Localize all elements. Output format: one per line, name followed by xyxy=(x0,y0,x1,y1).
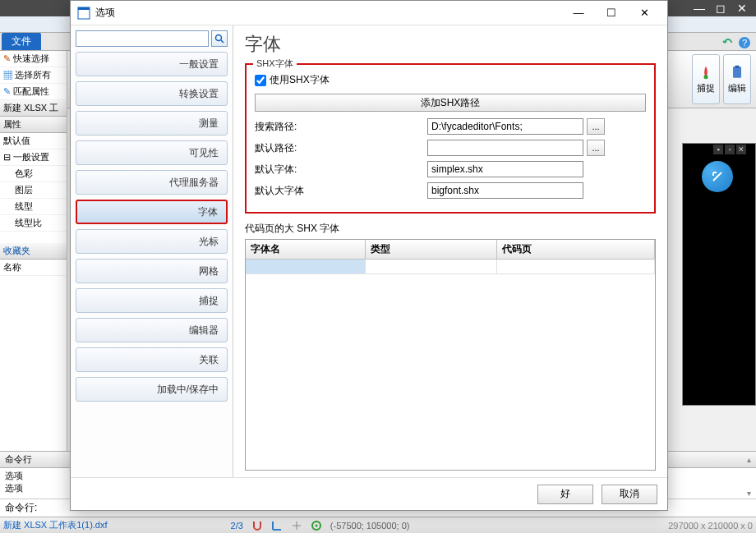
vt-icon[interactable]: ▫ xyxy=(725,145,735,154)
props-header: 属性 xyxy=(0,117,67,133)
category-measure[interactable]: 测量 xyxy=(76,111,228,136)
main-close-button[interactable]: ✕ xyxy=(731,1,753,16)
select-all[interactable]: ▦ 选择所有 xyxy=(0,67,67,84)
status-bar: 新建 XLSX 工作表1(1).dxf 2/3 (-57500; 105000;… xyxy=(0,517,756,533)
options-page: 字体 SHX字体 使用SHX字体 添加SHX路径 搜索路径: ... 默认路径:… xyxy=(233,25,667,477)
default-path-browse[interactable]: ... xyxy=(587,140,605,156)
options-category-list: 一般设置 转换设置 测量 可见性 代理服务器 字体 光标 网格 捕捉 编辑器 关… xyxy=(71,25,233,477)
default-path-row: 默认路径: ... xyxy=(255,140,646,156)
favorites-header: 收藏夹 xyxy=(0,243,67,260)
vt-icon[interactable]: ✕ xyxy=(736,145,746,154)
category-grid[interactable]: 网格 xyxy=(76,259,228,283)
shx-group-label: SHX字体 xyxy=(253,57,297,70)
category-font[interactable]: 字体 xyxy=(76,200,228,224)
codepage-label: 代码页的大 SHX 字体 xyxy=(245,222,656,236)
search-path-browse[interactable]: ... xyxy=(587,118,605,135)
codepage-table[interactable]: 字体名 类型 代码页 xyxy=(245,239,656,471)
main-max-button[interactable]: ◻ xyxy=(710,1,731,16)
tree-item[interactable]: 线型比 xyxy=(0,215,67,232)
capture-button[interactable]: 捕捉 xyxy=(692,54,720,104)
use-shx-label: 使用SHX字体 xyxy=(270,73,330,87)
default-bigfont-input[interactable] xyxy=(427,182,583,199)
tree-item[interactable]: 线型 xyxy=(0,199,67,215)
dialog-max-button[interactable]: ☐ xyxy=(595,2,628,25)
capture-label: 捕捉 xyxy=(697,82,715,94)
category-items: 一般设置 转换设置 测量 可见性 代理服务器 字体 光标 网格 捕捉 编辑器 关… xyxy=(71,52,233,477)
category-loadsave[interactable]: 加载中/保存中 xyxy=(76,377,228,402)
edit-button[interactable]: 编辑 xyxy=(723,54,751,104)
svg-rect-8 xyxy=(78,7,90,10)
dialog-min-button[interactable]: — xyxy=(562,2,595,25)
cancel-button[interactable]: 取消 xyxy=(602,485,657,504)
codepage-header: 字体名 类型 代码页 xyxy=(246,240,655,260)
status-dims: 297000 x 210000 x 0 xyxy=(668,521,753,531)
category-general[interactable]: 一般设置 xyxy=(76,52,228,76)
use-shx-checkbox[interactable] xyxy=(255,75,266,86)
viewport-tools: ▪ ▫ ✕ xyxy=(713,145,746,154)
category-proxy[interactable]: 代理服务器 xyxy=(76,170,228,195)
compass-icon[interactable] xyxy=(702,161,733,192)
magnet-icon[interactable] xyxy=(251,520,263,531)
col-fontname[interactable]: 字体名 xyxy=(246,240,366,259)
svg-point-6 xyxy=(315,524,317,526)
default-path-input[interactable] xyxy=(427,140,583,156)
dialog-title: 选项 xyxy=(95,6,562,20)
search-path-input[interactable] xyxy=(427,118,583,135)
status-coord: (-57500; 105000; 0) xyxy=(330,521,410,531)
default-val: 默认值 xyxy=(0,133,67,149)
search-button[interactable] xyxy=(211,30,228,47)
default-bigfont-row: 默认大字体 xyxy=(255,182,646,199)
name-row: 名称 xyxy=(0,260,67,276)
page-title: 字体 xyxy=(245,32,656,57)
default-path-label: 默认路径: xyxy=(255,141,427,155)
codepage-body xyxy=(246,260,655,470)
file-tab[interactable]: 文件 xyxy=(2,33,41,50)
table-row[interactable] xyxy=(246,260,655,274)
vt-icon[interactable]: ▪ xyxy=(713,145,723,154)
category-snap[interactable]: 捕捉 xyxy=(76,288,228,313)
dialog-titlebar: 选项 — ☐ ✕ xyxy=(71,1,667,25)
scroll-up-icon[interactable]: ▴ xyxy=(743,453,754,465)
category-assoc[interactable]: 关联 xyxy=(76,347,228,372)
capture-icon xyxy=(698,64,714,80)
category-convert[interactable]: 转换设置 xyxy=(76,81,228,106)
options-search-row xyxy=(71,25,233,52)
left-panel: ✎ 快速选择 ▦ 选择所有 ✎ 匹配属性 新建 XLSX 工 属性 默认值 ⊟ … xyxy=(0,51,67,517)
col-codepage[interactable]: 代码页 xyxy=(497,240,655,259)
scroll-down-icon[interactable]: ▾ xyxy=(743,487,754,499)
target-icon[interactable] xyxy=(311,520,322,531)
clipboard-icon xyxy=(729,64,745,80)
col-type[interactable]: 类型 xyxy=(366,240,497,259)
default-font-label: 默认字体: xyxy=(255,163,427,177)
dialog-close-button[interactable]: ✕ xyxy=(628,2,661,25)
status-file: 新建 XLSX 工作表1(1).dxf xyxy=(3,519,108,531)
default-font-input[interactable] xyxy=(427,161,583,177)
dialog-body: 一般设置 转换设置 测量 可见性 代理服务器 字体 光标 网格 捕捉 编辑器 关… xyxy=(71,25,667,477)
match-props[interactable]: ✎ 匹配属性 xyxy=(0,84,67,100)
dialog-footer: 好 取消 xyxy=(71,477,667,510)
category-cursor[interactable]: 光标 xyxy=(76,229,228,254)
tree-item[interactable]: 图层 xyxy=(0,182,67,199)
quick-select[interactable]: ✎ 快速选择 xyxy=(0,51,67,67)
category-visibility[interactable]: 可见性 xyxy=(76,140,228,165)
add-shx-path-button[interactable]: 添加SHX路径 xyxy=(255,94,646,112)
svg-text:?: ? xyxy=(742,38,747,48)
svg-rect-3 xyxy=(733,67,741,77)
main-min-button[interactable]: — xyxy=(689,1,710,16)
tree-item[interactable]: 色彩 xyxy=(0,166,67,182)
new-xlsx-header: 新建 XLSX 工 xyxy=(0,100,67,117)
grid-icon[interactable] xyxy=(291,520,302,531)
ortho-icon[interactable] xyxy=(271,520,283,531)
svg-point-9 xyxy=(216,35,222,41)
edit-label: 编辑 xyxy=(728,82,746,94)
undo-icon[interactable] xyxy=(721,36,735,49)
category-editor[interactable]: 编辑器 xyxy=(76,318,228,342)
search-icon xyxy=(214,34,224,44)
search-path-label: 搜索路径: xyxy=(255,120,427,134)
general-settings[interactable]: ⊟ 一般设置 xyxy=(0,149,67,166)
help-icon[interactable]: ? xyxy=(738,36,751,49)
options-search-input[interactable] xyxy=(76,30,209,47)
options-dialog: 选项 — ☐ ✕ 一般设置 转换设置 测量 可见性 代理服务器 字体 光标 网格… xyxy=(70,0,668,511)
svg-point-2 xyxy=(704,75,708,79)
ok-button[interactable]: 好 xyxy=(537,485,593,504)
